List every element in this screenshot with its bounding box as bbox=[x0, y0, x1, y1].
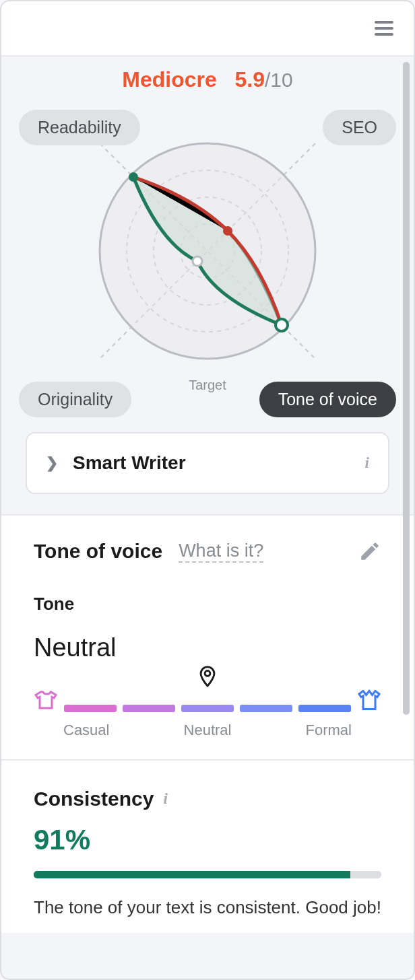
tone-value: Neutral bbox=[34, 633, 381, 662]
score-value: 5.9 bbox=[234, 67, 264, 92]
radar-chart bbox=[86, 130, 329, 372]
tov-what-is-it-link[interactable]: What is it? bbox=[179, 540, 263, 563]
consistency-bar-fill bbox=[34, 871, 350, 878]
pill-readability[interactable]: Readability bbox=[19, 110, 140, 145]
pill-tone-of-voice[interactable]: Tone of voice bbox=[259, 382, 396, 417]
chevron-right-icon: ❯ bbox=[46, 454, 58, 472]
pill-seo[interactable]: SEO bbox=[323, 110, 396, 145]
topbar bbox=[1, 1, 414, 57]
consistency-percent: 91% bbox=[34, 824, 381, 856]
tone-slider[interactable] bbox=[34, 688, 381, 712]
tone-label-neutral: Neutral bbox=[184, 722, 232, 739]
tone-seg-1 bbox=[64, 705, 117, 712]
consistency-bar bbox=[34, 871, 381, 878]
formal-shirt-icon bbox=[357, 688, 381, 712]
tone-label: Tone bbox=[34, 594, 381, 615]
app-frame: Mediocre 5.9/10 Readability SEO Original… bbox=[0, 0, 415, 980]
svg-point-8 bbox=[193, 256, 202, 266]
consistency-message: The tone of your text is consistent. Goo… bbox=[34, 896, 381, 919]
tone-seg-2 bbox=[123, 705, 175, 712]
consistency-section: Consistency i 91% The tone of your text … bbox=[1, 759, 414, 933]
scrollbar[interactable] bbox=[403, 62, 410, 715]
edit-icon[interactable] bbox=[358, 540, 381, 563]
svg-point-7 bbox=[223, 226, 232, 236]
consistency-title: Consistency bbox=[34, 788, 154, 810]
smart-writer-label: Smart Writer bbox=[73, 452, 186, 474]
smart-writer-row[interactable]: ❯ Smart Writer i bbox=[26, 432, 389, 494]
svg-point-6 bbox=[129, 172, 138, 182]
tone-label-formal: Formal bbox=[306, 722, 352, 739]
tshirt-icon bbox=[34, 688, 58, 712]
score-word: Mediocre bbox=[122, 67, 216, 92]
tone-seg-4 bbox=[240, 705, 292, 712]
overall-score: Mediocre 5.9/10 bbox=[1, 57, 414, 92]
tone-of-voice-section: Tone of voice What is it? Tone Neutral C… bbox=[1, 514, 414, 759]
info-icon[interactable]: i bbox=[163, 790, 167, 808]
svg-point-9 bbox=[276, 319, 288, 331]
score-max: /10 bbox=[265, 69, 293, 91]
tone-seg-5 bbox=[298, 705, 351, 712]
tone-slider-labels: Casual Neutral Formal bbox=[34, 722, 381, 739]
tov-section-title: Tone of voice bbox=[34, 540, 162, 563]
map-pin-icon bbox=[196, 665, 219, 691]
info-icon[interactable]: i bbox=[365, 454, 369, 472]
radar-area: Readability SEO Originality Tone of voic… bbox=[1, 92, 414, 416]
tone-seg-3 bbox=[181, 705, 234, 712]
tone-label-casual: Casual bbox=[63, 722, 109, 739]
menu-icon[interactable] bbox=[375, 17, 397, 40]
pill-originality[interactable]: Originality bbox=[19, 382, 131, 417]
